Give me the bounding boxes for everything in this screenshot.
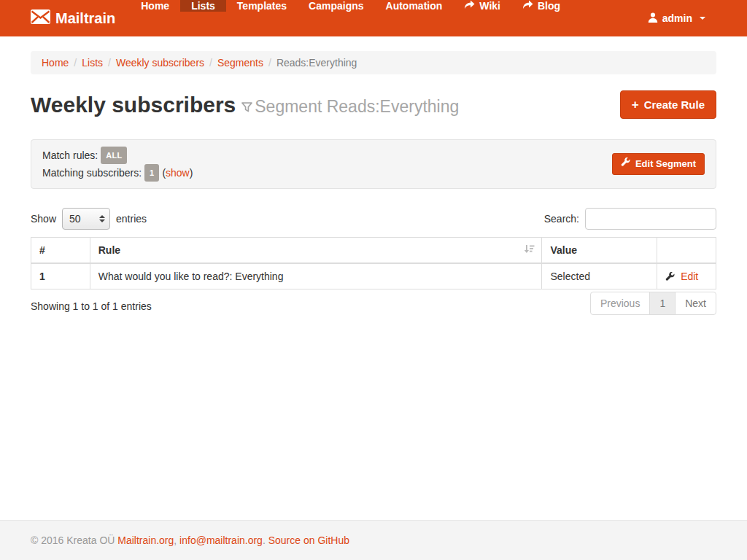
breadcrumb-home[interactable]: Home <box>42 57 69 69</box>
page-footer: © 2016 Kreata OÜ Mailtrain.org, info@mai… <box>0 520 747 560</box>
column-header-rule[interactable]: Rule <box>90 238 542 264</box>
table-info: Showing 1 to 1 of 1 entries <box>31 289 152 312</box>
value-cell: Selected <box>542 263 657 289</box>
breadcrumb-weekly-subscribers[interactable]: Weekly subscribers <box>116 57 204 69</box>
nav-item-home[interactable]: Home <box>130 0 180 12</box>
create-rule-button[interactable]: + Create Rule <box>620 90 716 119</box>
rules-table: # Rule <box>31 237 716 289</box>
share-arrow-icon <box>464 0 475 12</box>
search-input[interactable] <box>585 208 716 230</box>
column-header-value[interactable]: Value <box>542 238 657 264</box>
nav-item-lists[interactable]: Lists <box>180 0 226 12</box>
breadcrumb: Home Lists Weekly subscribers Segments R… <box>31 51 716 74</box>
pagination-previous[interactable]: Previous <box>590 292 650 315</box>
matching-subscribers-label: Matching subscribers: <box>42 167 142 179</box>
sort-icon <box>524 244 535 257</box>
pagination-next[interactable]: Next <box>675 292 716 315</box>
page-title: Weekly subscribersSegment Reads:Everythi… <box>31 93 459 117</box>
table-row: 1 What would you like to read?: Everythi… <box>31 263 716 289</box>
nav-item-wiki[interactable]: Wiki <box>453 0 511 12</box>
breadcrumb-current: Reads:Everything <box>276 57 357 69</box>
wrench-icon <box>621 158 630 171</box>
email-link[interactable]: info@mailtrain.org <box>179 534 263 546</box>
top-navbar: Mailtrain Home Lists Templates Campaigns… <box>0 0 747 36</box>
brand-mailtrain[interactable]: Mailtrain <box>31 0 130 36</box>
edit-segment-button[interactable]: Edit Segment <box>612 153 705 175</box>
page-size-select[interactable]: 50 <box>62 208 110 230</box>
page-subtitle: Segment Reads:Everything <box>241 97 459 116</box>
mailtrain-org-link[interactable]: Mailtrain.org <box>117 534 174 546</box>
rule-cell: What would you like to read?: Everything <box>90 263 542 289</box>
rule-number-cell: 1 <box>31 263 90 289</box>
main-nav: Home Lists Templates Campaigns Automatio… <box>130 0 571 36</box>
plus-icon: + <box>632 98 639 111</box>
github-link[interactable]: Source on GitHub <box>268 534 349 546</box>
pagination: Previous 1 Next <box>590 292 716 315</box>
actions-cell: Edit <box>657 263 716 289</box>
nav-item-campaigns[interactable]: Campaigns <box>298 0 374 12</box>
nav-item-templates[interactable]: Templates <box>226 0 298 12</box>
column-header-actions <box>657 238 716 264</box>
user-menu[interactable]: admin <box>637 0 716 36</box>
edit-rule-link[interactable]: Edit <box>681 271 698 282</box>
search-label: Search: <box>544 213 579 225</box>
segment-summary-panel: Match rules: ALL Matching subscribers: 1… <box>31 139 716 189</box>
show-label: Show <box>31 213 56 225</box>
nav-item-blog[interactable]: Blog <box>511 0 571 12</box>
brand-label: Mailtrain <box>55 10 115 27</box>
match-rules-badge: ALL <box>101 147 127 164</box>
breadcrumb-lists[interactable]: Lists <box>82 57 103 69</box>
wrench-icon <box>665 271 681 282</box>
share-arrow-icon <box>522 0 533 12</box>
chevron-down-icon <box>700 17 705 20</box>
match-rules-label: Match rules: <box>42 149 98 161</box>
entries-label: entries <box>116 213 147 225</box>
filter-icon <box>241 102 252 112</box>
nav-item-automation[interactable]: Automation <box>375 0 454 12</box>
column-header-num[interactable]: # <box>31 238 90 264</box>
pagination-page-1[interactable]: 1 <box>649 292 676 315</box>
user-icon <box>648 12 658 25</box>
matching-count-badge: 1 <box>144 164 159 182</box>
copyright-text: © 2016 Kreata OÜ <box>31 534 117 546</box>
envelope-icon <box>31 9 50 28</box>
show-subscribers-link[interactable]: show <box>166 167 190 179</box>
breadcrumb-segments[interactable]: Segments <box>217 57 263 69</box>
